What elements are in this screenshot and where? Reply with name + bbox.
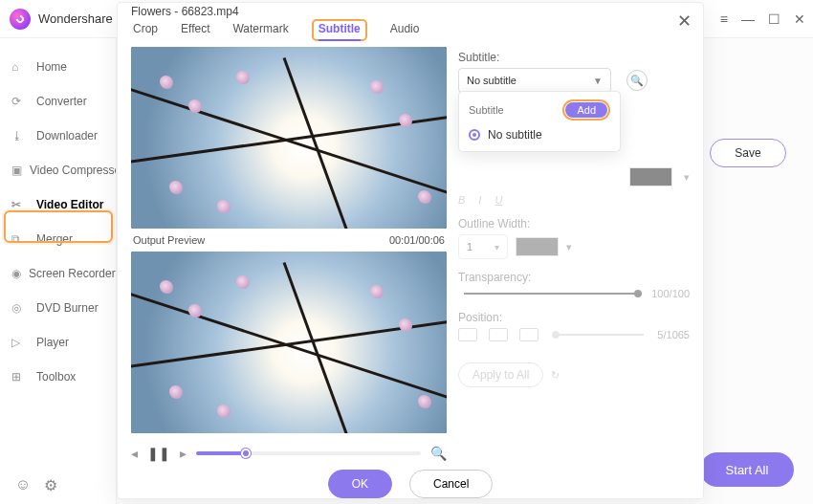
position-slider[interactable] (556, 334, 644, 336)
zoom-icon[interactable]: 🔍 (430, 446, 447, 461)
modal-close-icon[interactable]: ✕ (677, 11, 692, 32)
apply-to-all-button[interactable]: Apply to All (458, 362, 543, 387)
sidebar-item-video-editor[interactable]: ✂Video Editor (0, 187, 116, 222)
font-color-swatch[interactable] (629, 167, 672, 186)
output-preview (131, 252, 447, 433)
sidebar-item-merger[interactable]: ⧉Merger (0, 222, 116, 256)
sidebar-item-player[interactable]: ▷Player (0, 325, 116, 360)
outline-width-label: Outline Width: (458, 217, 690, 230)
user-icon[interactable]: ☺ (15, 476, 31, 494)
hamburger-icon[interactable]: ≡ (720, 11, 728, 27)
subtitle-option-none[interactable]: No subtitle (469, 128, 610, 142)
chevron-down-icon: ▼ (593, 76, 603, 86)
record-icon: ◉ (11, 267, 21, 280)
output-preview-label: Output Preview (133, 234, 205, 246)
next-frame-icon[interactable]: ▸ (180, 446, 187, 461)
start-all-button[interactable]: Start All (700, 452, 794, 487)
playback-slider[interactable] (196, 451, 421, 455)
download-icon: ⭳ (11, 129, 29, 142)
play-icon: ▷ (11, 336, 29, 349)
preview-column: Output Preview 00:01/00:06 ◂ ❚❚ (131, 47, 447, 470)
converter-icon: ⟳ (11, 95, 29, 108)
editor-modal: Flowers - 66823.mp4 ✕ Crop Effect Waterm… (117, 2, 704, 499)
timecode: 00:01/00:06 (389, 234, 445, 246)
modal-title: Flowers - 66823.mp4 (118, 3, 703, 19)
cancel-button[interactable]: Cancel (409, 470, 493, 498)
sidebar-item-downloader[interactable]: ⭳Downloader (0, 119, 116, 153)
tab-audio[interactable]: Audio (390, 22, 420, 39)
settings-icon[interactable]: ⚙ (44, 476, 57, 494)
dropdown-header-label: Subtitle (469, 104, 504, 116)
subtitle-dropdown: Subtitle Add No subtitle (458, 91, 621, 152)
tab-subtitle[interactable]: Subtitle (319, 22, 361, 41)
reset-icon[interactable]: ↻ (551, 369, 560, 382)
add-subtitle-button[interactable]: Add (565, 102, 607, 118)
underline-icon[interactable]: U (494, 194, 502, 206)
sidebar-item-dvd-burner[interactable]: ◎DVD Burner (0, 291, 116, 325)
subtitle-section-label: Subtitle: (458, 51, 690, 64)
app-title: Wondershare (38, 11, 113, 26)
modal-footer: OK Cancel (118, 470, 703, 498)
transparency-slider[interactable] (464, 293, 638, 295)
controls-column: Subtitle: No subtitle ▼ 🔍 Subtitle Add N… (458, 47, 690, 470)
tab-subtitle-highlight: Subtitle (312, 19, 367, 41)
sidebar-item-toolbox[interactable]: ⊞Toolbox (0, 360, 116, 394)
merge-icon: ⧉ (11, 232, 29, 246)
sidebar-item-compressor[interactable]: ▣Video Compressor (0, 153, 116, 187)
dvd-icon: ◎ (11, 301, 29, 315)
outline-color-swatch[interactable] (516, 237, 559, 256)
add-highlight: Add (562, 99, 610, 121)
save-button[interactable]: Save (710, 139, 786, 167)
tab-effect[interactable]: Effect (181, 22, 209, 39)
transparency-value: 100/100 (651, 288, 690, 299)
italic-icon[interactable]: I (478, 194, 481, 206)
position-left-icon[interactable] (458, 328, 477, 341)
tab-watermark[interactable]: Watermark (232, 22, 288, 39)
ok-button[interactable]: OK (328, 470, 392, 498)
tab-crop[interactable]: Crop (133, 22, 158, 39)
scissors-icon: ✂ (11, 198, 29, 211)
app-logo (10, 9, 31, 30)
bold-icon[interactable]: B (458, 194, 465, 206)
position-label: Position: (458, 311, 690, 324)
editor-tabs: Crop Effect Watermark Subtitle Audio (118, 19, 703, 41)
player-controls: ◂ ❚❚ ▸ 🔍 (131, 437, 447, 470)
sidebar-item-screen-recorder[interactable]: ◉Screen Recorder (0, 256, 116, 291)
position-center-icon[interactable] (489, 328, 508, 341)
close-icon[interactable]: ✕ (794, 11, 805, 27)
chevron-down-icon: ▾ (684, 171, 690, 184)
maximize-icon[interactable]: ☐ (768, 11, 780, 27)
subtitle-select[interactable]: No subtitle ▼ (458, 68, 611, 93)
sidebar-item-converter[interactable]: ⟳Converter (0, 84, 116, 119)
transparency-label: Transparency: (458, 271, 690, 284)
source-preview (131, 47, 447, 229)
position-right-icon[interactable] (519, 328, 538, 341)
toolbox-icon: ⊞ (11, 370, 29, 383)
position-value: 5/1065 (657, 329, 690, 340)
outline-width-select[interactable]: 1▾ (458, 234, 508, 259)
minimize-icon[interactable]: — (741, 11, 755, 27)
sidebar-item-home[interactable]: ⌂Home (0, 50, 116, 84)
compress-icon: ▣ (11, 164, 22, 177)
home-icon: ⌂ (11, 60, 29, 74)
prev-frame-icon[interactable]: ◂ (131, 446, 138, 461)
subtitle-search-icon[interactable]: 🔍 (626, 70, 648, 91)
radio-icon (469, 129, 480, 141)
pause-icon[interactable]: ❚❚ (147, 446, 170, 461)
sidebar: ⌂Home ⟳Converter ⭳Downloader ▣Video Comp… (0, 38, 117, 504)
